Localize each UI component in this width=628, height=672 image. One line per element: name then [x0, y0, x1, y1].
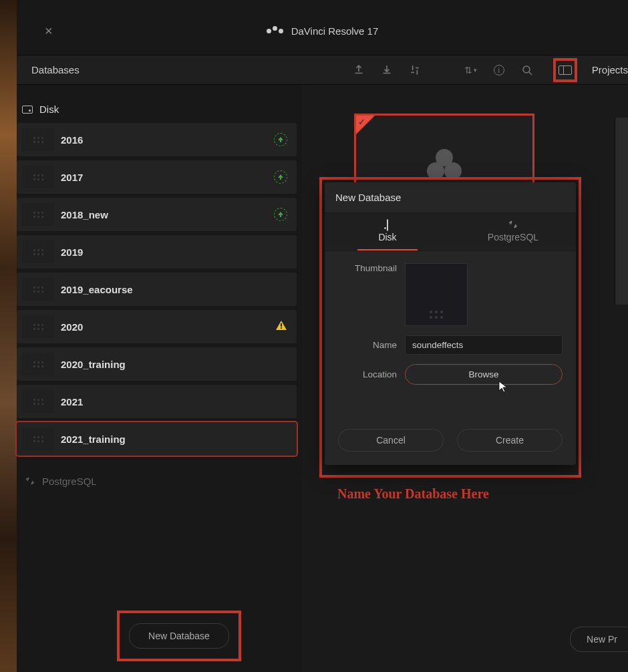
annotation-new-database-highlight: New Database	[117, 611, 241, 661]
svg-rect-2	[281, 327, 282, 329]
upgrade-available-icon[interactable]	[274, 208, 287, 221]
database-item[interactable]: 2019_eacourse	[17, 273, 297, 306]
database-thumb-icon	[22, 315, 54, 338]
database-item[interactable]: 2021	[17, 385, 297, 418]
sort-icon[interactable]: ⇅▾	[465, 64, 477, 76]
thumbnail-label: Thumbnail	[338, 263, 397, 273]
create-button[interactable]: Create	[457, 429, 563, 452]
database-thumb-icon	[22, 428, 54, 450]
toolbar: Databases ⇅▾ i Projects	[17, 55, 628, 85]
disk-label: Disk	[39, 104, 59, 115]
upgrade-available-icon[interactable]	[274, 133, 287, 146]
database-thumb-icon	[22, 240, 54, 263]
app-logo-icon	[267, 29, 283, 33]
disk-tab-icon	[325, 220, 450, 230]
database-item-label: 2021	[61, 396, 297, 407]
name-label: Name	[338, 340, 397, 350]
titlebar: × DaVinci Resolve 17	[17, 15, 628, 47]
database-item[interactable]: 2016	[17, 123, 297, 156]
disk-icon	[22, 106, 33, 114]
postgresql-section-header[interactable]: PostgreSQL	[25, 476, 302, 487]
desktop-background-strip	[0, 0, 17, 672]
search-icon[interactable]	[521, 64, 533, 76]
annotation-name-database: Name Your Database Here	[337, 486, 489, 502]
database-item-label: 2016	[61, 134, 274, 146]
mouse-cursor-icon	[498, 380, 508, 393]
new-project-button[interactable]: New Pr	[570, 627, 628, 652]
tab-postgresql[interactable]: PostgreSQL	[450, 213, 576, 250]
database-item-label: 2020	[61, 321, 275, 333]
database-item-label: 2021_training	[61, 434, 297, 445]
disk-section-header[interactable]: Disk	[22, 104, 302, 115]
database-thumb-icon	[22, 166, 54, 188]
database-item-label: 2019_eacourse	[61, 284, 297, 295]
info-icon[interactable]: i	[493, 64, 505, 76]
browse-button[interactable]: Browse	[405, 364, 563, 385]
restore-icon[interactable]	[381, 64, 393, 76]
backup-icon[interactable]	[353, 64, 365, 76]
new-database-button[interactable]: New Database	[129, 623, 229, 649]
postgresql-icon	[25, 476, 35, 487]
app-title: DaVinci Resolve 17	[291, 25, 379, 37]
thumbnail-picker[interactable]	[405, 263, 468, 326]
database-thumb-icon	[22, 390, 54, 413]
databases-sidebar: Disk 201620172018_new20192019_eacourse20…	[17, 85, 302, 672]
project-selected-checkmark-icon	[356, 116, 375, 134]
database-thumb-icon	[22, 278, 54, 301]
database-item-label: 2020_training	[61, 359, 297, 370]
location-label: Location	[338, 369, 397, 379]
show-hide-database-toggle[interactable]	[553, 58, 577, 82]
database-thumb-icon	[22, 203, 54, 226]
warning-icon[interactable]	[275, 320, 287, 333]
database-item-label: 2019	[61, 246, 297, 258]
upgrade-available-icon[interactable]	[274, 170, 287, 184]
svg-rect-1	[281, 323, 282, 327]
postgresql-label: PostgreSQL	[42, 476, 97, 487]
tab-disk[interactable]: Disk	[325, 213, 450, 250]
project-placeholder-logo-icon	[427, 149, 462, 180]
project-thumbnail-right-edge	[615, 118, 628, 305]
postgresql-tab-icon	[450, 220, 576, 230]
databases-heading: Databases	[31, 64, 80, 75]
database-thumb-icon	[22, 128, 54, 151]
database-item[interactable]: 2018_new	[17, 198, 297, 231]
svg-point-0	[523, 66, 530, 73]
database-item[interactable]: 2019	[17, 235, 297, 269]
database-item[interactable]: 2020_training	[17, 347, 297, 381]
projects-heading: Projects	[592, 64, 628, 75]
database-item[interactable]: 2021_training	[17, 422, 297, 456]
window-close-button[interactable]: ×	[45, 23, 53, 39]
database-item-label: 2017	[61, 172, 274, 183]
connect-icon[interactable]	[409, 64, 421, 76]
dialog-title: New Database	[325, 182, 576, 213]
database-item-label: 2018_new	[61, 209, 274, 220]
cancel-button[interactable]: Cancel	[338, 429, 444, 452]
database-item[interactable]: 2020	[17, 310, 297, 343]
name-field[interactable]	[405, 335, 563, 355]
new-database-dialog: New Database Disk PostgreSQL Thumbnail N…	[325, 182, 576, 465]
database-thumb-icon	[22, 353, 54, 375]
database-item[interactable]: 2017	[17, 160, 297, 194]
